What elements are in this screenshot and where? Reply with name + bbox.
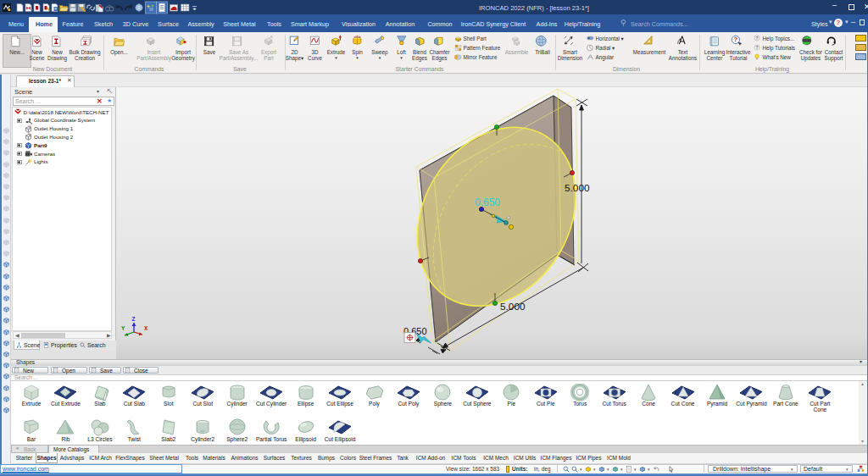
- svg-text:?: ?: [734, 36, 738, 44]
- svg-text:Y: Y: [121, 325, 125, 331]
- svg-text:5.000: 5.000: [500, 301, 526, 313]
- svg-text:X: X: [144, 325, 148, 331]
- svg-text:?: ?: [755, 36, 758, 40]
- svg-text:Z: Z: [132, 316, 136, 322]
- svg-text:0.650: 0.650: [475, 196, 500, 208]
- svg-text:5.000: 5.000: [565, 182, 590, 194]
- svg-text:?: ?: [755, 45, 758, 49]
